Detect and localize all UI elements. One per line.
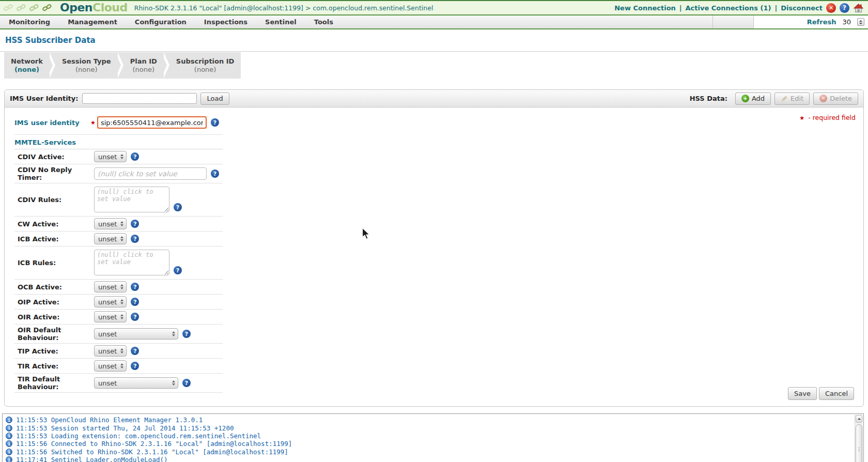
info-icon: i [6,417,12,423]
cdiv-active-select[interactable]: unset [94,151,127,162]
log-line: i11:15:53 Loading extension: com.openclo… [6,432,853,440]
log-console: i11:15:53 OpenCloud Rhino Element Manage… [2,413,864,462]
menu-monitoring[interactable]: Monitoring [0,18,59,26]
step-subscription-id[interactable]: Subscription ID (none) [169,52,241,79]
new-connection-link[interactable]: New Connection [614,4,676,12]
link-separator: | [679,4,682,12]
field-label: TIP Active: [14,347,94,355]
ims-user-identity-search-input[interactable] [82,93,197,104]
field-label: CDIV Rules: [14,196,94,204]
active-connections-link[interactable]: Active Connections (1) [686,4,771,12]
log-line: i11:17:41 Sentinel Loader.onModuleLoad() [6,456,853,462]
refresh-link[interactable]: Refresh [807,18,836,26]
cdiv-rules-textarea[interactable] [94,187,169,212]
form-row-cdiv-no-reply-timer: CDIV No Reply Timer: ? [14,164,223,183]
form-row-cdiv-rules: CDIV Rules: ? [14,183,223,217]
menu-sentinel[interactable]: Sentinel [256,18,305,26]
scrollbar-thumb[interactable] [856,424,862,462]
spinner-arrows-icon [120,348,123,353]
refresh-interval-value[interactable]: 30 [842,18,851,26]
edit-button[interactable]: Edit [774,93,810,105]
help-icon[interactable]: ? [131,362,139,370]
spinner-arrows-icon [120,284,123,289]
ocb-active-select[interactable]: unset [94,281,127,292]
field-label: OIP Active: [14,298,94,306]
add-icon: + [741,95,749,102]
cw-active-select[interactable]: unset [94,218,127,229]
oip-active-select[interactable]: unset [94,296,127,307]
help-icon[interactable]: ? [131,152,139,161]
step-session-type[interactable]: Session Type (none) [55,52,118,79]
stepper-down-icon [859,23,862,24]
field-label: OIR Default Behaviour: [14,326,94,342]
form-row-oir-active: OIR Active: unset ? [14,310,223,325]
add-button[interactable]: + Add [735,93,771,105]
help-icon[interactable]: ? [182,330,191,338]
tir-default-behaviour-select[interactable]: unset [94,377,178,389]
ims-user-identity-label: IMS User Identity: [10,95,78,102]
help-icon[interactable]: ? [131,220,139,228]
delete-button[interactable]: ✕ Delete [813,93,858,105]
edit-pencil-icon [781,95,788,102]
help-icon[interactable]: ? [174,203,182,211]
step-label: Session Type [62,57,111,66]
menu-inspections[interactable]: Inspections [195,18,256,26]
help-icon[interactable]: ? [131,235,139,243]
cdiv-no-reply-timer-input[interactable] [94,167,207,180]
help-icon[interactable]: ? [131,313,139,321]
step-value: (none) [194,66,216,74]
tir-active-select[interactable]: unset [94,360,127,372]
log-scrollbar[interactable] [855,414,863,462]
chevron-separator-icon [164,52,169,79]
help-icon[interactable]: ? [174,266,182,274]
help-icon[interactable]: ? [182,379,191,387]
load-button[interactable]: Load [200,93,229,105]
step-plan-id[interactable]: Plan ID (none) [123,52,164,79]
scrollbar-grip-icon [858,448,860,452]
help-icon[interactable]: ? [211,118,219,127]
menu-tools[interactable]: Tools [305,18,342,26]
cancel-button[interactable]: Cancel [819,387,854,400]
save-button[interactable]: Save [788,387,817,400]
field-label: CDIV Active: [14,153,94,161]
ims-user-identity-value-input[interactable] [97,116,207,129]
help-icon[interactable]: ? [131,283,139,291]
help-icon[interactable]: ? [131,298,139,306]
field-label: TIR Active: [14,362,94,370]
form-row-tir-active: TIR Active: unset ? [14,359,223,374]
form-row-icb-rules: ICB Rules: ? [14,247,223,280]
icb-rules-textarea[interactable] [94,250,169,275]
info-icon: i [6,425,12,432]
field-label: OIR Active: [14,313,94,321]
info-icon: i [6,440,12,447]
delete-icon: ✕ [819,95,827,102]
form-fields: IMS user identity ★ ? MMTEL-Services CDI… [14,112,223,393]
icb-active-select[interactable]: unset [94,233,127,244]
step-label: Network [11,57,43,66]
chevron-separator-icon [118,52,123,79]
spinner-arrows-icon [120,314,123,319]
oir-default-behaviour-select[interactable]: unset [94,328,178,340]
spinner-arrows-icon [172,331,175,336]
form-row-oir-default-behaviour: OIR Default Behaviour: unset ? [14,325,223,344]
home-icon[interactable] [853,3,864,13]
scrollbar-up-button[interactable] [856,415,862,423]
page-title: HSS Subscriber Data [5,36,96,45]
menu-management[interactable]: Management [59,18,126,26]
disconnect-link[interactable]: Disconnect [781,4,823,12]
required-star-icon: ★ [799,115,804,121]
help-icon[interactable]: ? [131,347,139,355]
refresh-stepper[interactable] [857,18,864,26]
info-icon: i [6,433,12,439]
close-icon[interactable]: ✕ [826,3,836,13]
step-network[interactable]: Network (none) [4,52,50,79]
chain-link-icon [4,4,13,11]
chevron-separator-icon [50,52,55,79]
help-icon[interactable]: ? [840,3,849,13]
connection-strength-indicator [4,4,52,11]
oir-active-select[interactable]: unset [94,311,127,322]
help-icon[interactable]: ? [211,170,219,178]
tip-active-select[interactable]: unset [94,345,127,357]
form-row-tip-active: TIP Active: unset ? [14,344,223,359]
menu-configuration[interactable]: Configuration [126,18,195,26]
